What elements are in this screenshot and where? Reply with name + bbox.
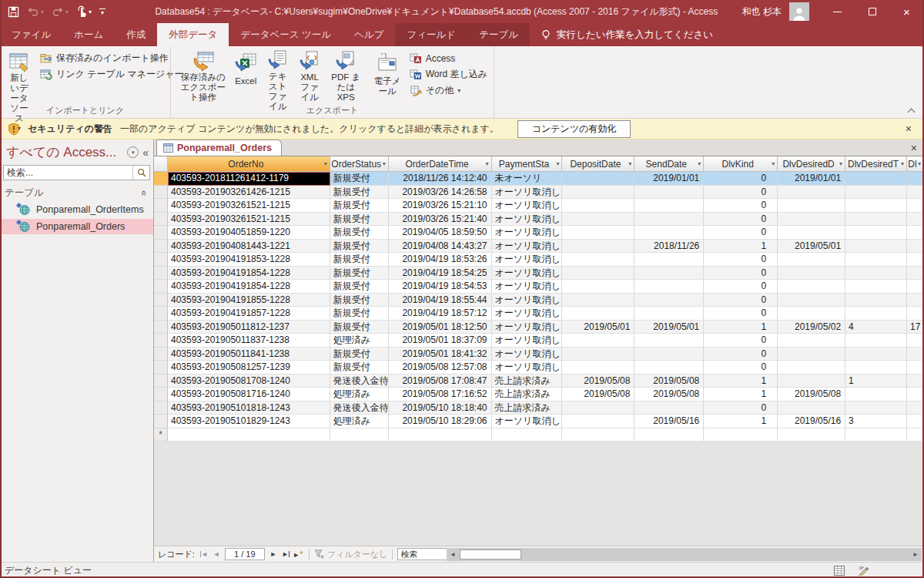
cell[interactable]: 新規受付 [330,213,389,227]
cell[interactable] [907,361,924,375]
cell[interactable] [907,172,924,186]
close-table-icon[interactable]: × [911,142,917,154]
cell[interactable]: 0 [704,213,778,227]
cell[interactable]: 新規受付 [330,348,389,361]
cell[interactable] [778,213,845,227]
column-header-OrderStatus[interactable]: OrderStatus▾ [330,156,389,172]
cell[interactable]: 新規受付 [330,280,389,294]
cell[interactable]: オーソリ取消し [492,226,563,240]
cell[interactable]: 403593-201905081257-1239 [168,361,330,375]
cell[interactable]: 2019/03/26 15:21:10 [389,199,492,213]
cell[interactable] [845,213,907,227]
cell[interactable]: 17 [907,321,924,334]
cell[interactable]: オーソリ取消し [492,321,563,334]
cell[interactable] [562,213,634,227]
cell[interactable]: 403593-201904191854-1228 [168,280,330,294]
cell[interactable]: 0 [704,226,778,240]
cell[interactable]: 403593-201904191853-1228 [168,253,330,267]
cell[interactable]: 発送後入金待 [330,375,389,388]
record-selector[interactable] [154,307,168,321]
cell[interactable]: 403593-201905011812-1237 [168,321,330,334]
avatar[interactable] [789,2,809,21]
cell[interactable] [907,388,924,402]
cell[interactable] [562,199,634,213]
cell[interactable] [634,280,704,294]
cell[interactable] [778,199,845,213]
cell[interactable] [330,428,389,442]
cell[interactable] [492,428,563,442]
cell[interactable] [634,267,704,281]
cell[interactable]: オーソリ取消し [492,294,563,307]
cell[interactable] [845,240,907,254]
linked-table-manager-button[interactable]: リンク テーブル マネージャー [40,66,183,82]
cell[interactable] [907,428,924,442]
cell[interactable] [778,267,845,281]
record-selector[interactable] [154,253,168,267]
cell[interactable]: 2019/05/10 18:29:06 [389,415,492,428]
cell[interactable] [562,415,634,428]
record-selector[interactable] [154,415,168,428]
redo-dropdown-icon[interactable]: ▾ [65,8,69,15]
cell[interactable] [562,334,634,348]
cell[interactable] [907,375,924,388]
touch-mode-icon[interactable]: ▾ [76,5,92,18]
export-pdf-xps-button[interactable]: PDF または XPS [326,49,366,104]
cell[interactable]: 0 [704,361,778,375]
cell[interactable]: 2018/11/26 [634,240,704,254]
column-header-DlvKind[interactable]: DlvKind▾ [704,156,778,172]
cell[interactable] [778,348,845,361]
next-record-button[interactable]: ► [267,550,280,558]
record-selector[interactable] [154,388,168,402]
cell[interactable]: 新規受付 [330,307,389,321]
cell[interactable] [389,428,492,442]
cell[interactable] [907,226,924,240]
user-name[interactable]: 和也 杉本 [742,5,782,18]
cell[interactable] [634,361,704,375]
cell[interactable]: 2019/01/01 [634,172,704,186]
scrollbar-thumb[interactable] [460,549,521,560]
cell[interactable] [845,402,907,415]
cell[interactable] [634,199,704,213]
filter-dropdown-icon[interactable]: ▾ [556,160,561,167]
previous-record-button[interactable]: ◄ [210,550,223,558]
cell[interactable] [562,280,634,294]
cell[interactable]: 2019/04/05 18:59:50 [389,226,492,240]
first-record-button[interactable]: ◄ [198,550,210,558]
cell[interactable]: 403593-201905081716-1240 [168,388,330,402]
cell[interactable] [634,226,704,240]
scroll-left-icon[interactable]: ◄ [447,551,459,558]
cell[interactable]: 2019/01/01 [778,172,845,186]
cell[interactable]: 403593-201905011841-1238 [168,348,330,361]
cell[interactable] [778,361,845,375]
cell[interactable] [778,402,845,415]
record-selector[interactable] [154,321,168,334]
column-header-OrderDateTime[interactable]: OrderDateTime▾ [389,156,492,172]
cell[interactable]: 0 [704,172,778,186]
column-header-OrderNo[interactable]: OrderNo▾ [168,156,330,172]
export-email-button[interactable]: 電子メール [369,49,407,104]
cell[interactable]: 2019/05/01 18:12:50 [389,321,492,334]
nav-search-input[interactable] [4,167,132,178]
search-icon[interactable] [132,166,149,180]
cell[interactable]: 2019/05/08 [778,388,845,402]
cell[interactable]: 1 [704,388,778,402]
cell[interactable] [845,428,907,442]
record-selector[interactable] [154,267,168,281]
undo-dropdown-icon[interactable]: ▾ [41,8,44,15]
cell[interactable]: 2019/04/19 18:54:25 [389,267,492,281]
cell[interactable]: 新規受付 [330,294,389,307]
filter-dropdown-icon[interactable]: ▾ [383,160,388,167]
cell[interactable]: 2019/05/08 [634,375,704,388]
record-selector[interactable] [154,334,168,348]
cell[interactable]: 2019/05/08 17:08:47 [389,375,492,388]
record-selector[interactable] [154,361,168,375]
cell[interactable] [907,280,924,294]
cell[interactable]: 0 [704,186,778,200]
cell[interactable]: 新規受付 [330,172,389,186]
cell[interactable]: 403593-201903261521-1215 [168,199,330,213]
cell[interactable]: オーソリ取消し [492,280,563,294]
scroll-right-icon[interactable]: ► [909,551,922,558]
cell[interactable]: 新規受付 [330,226,389,240]
record-selector[interactable] [154,375,168,388]
close-button[interactable]: × [889,0,924,23]
